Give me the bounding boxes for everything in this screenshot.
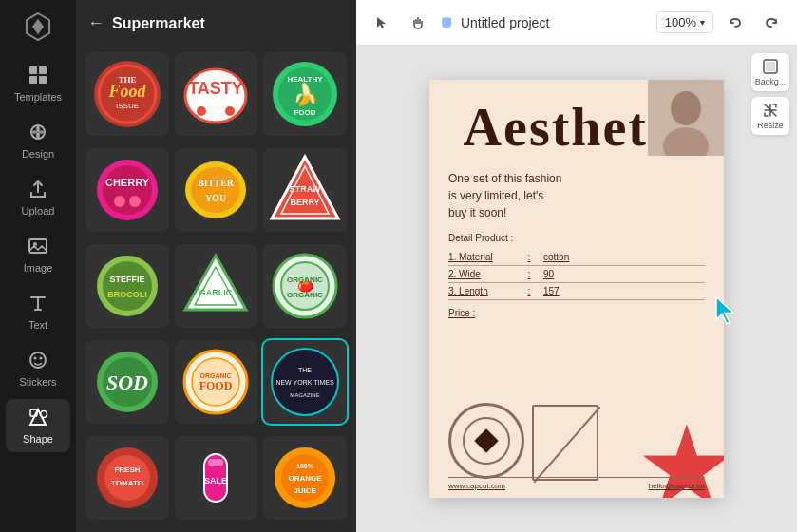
sidebar-item-image-label: Image [24, 262, 53, 274]
sticker-9[interactable]: ORGANIC ORGANIC 🍅 [263, 244, 347, 328]
back-button[interactable]: ← [87, 13, 104, 33]
svg-text:BROCOLI: BROCOLI [107, 290, 147, 299]
canvas-document[interactable]: Aesthetic One set of this fashion is ver… [429, 80, 724, 498]
sticker-10[interactable]: SOD [85, 340, 169, 424]
svg-text:SOD: SOD [106, 370, 148, 394]
cursor-button[interactable] [368, 9, 396, 37]
svg-point-40 [103, 261, 152, 311]
sidebar-item-stickers[interactable]: Stickers [6, 342, 70, 395]
sidebar-item-image[interactable]: Image [6, 228, 70, 281]
sticker-6[interactable]: STRAW BERRY [263, 148, 347, 232]
subtitle-line3: buy it soon! [448, 206, 506, 219]
sticker-8[interactable]: GARLIC [175, 244, 258, 328]
svg-text:CHERRY: CHERRY [105, 177, 150, 188]
sticker-7[interactable]: STEFFIE BROCOLI [85, 244, 169, 328]
svg-text:FOOD: FOOD [199, 379, 233, 392]
footer-left: www.capcut.com [448, 482, 505, 490]
sticker-2[interactable]: TASTY [175, 52, 258, 136]
background-tool[interactable]: Backg... [751, 53, 789, 91]
project-title: Untitled project [440, 14, 549, 30]
svg-text:TASTY: TASTY [189, 79, 244, 98]
svg-text:SALE: SALE [204, 476, 227, 485]
sidebar-item-text[interactable]: Text [6, 285, 70, 338]
hand-button[interactable] [404, 9, 432, 37]
project-title-text: Untitled project [461, 15, 549, 30]
svg-rect-68 [208, 459, 223, 466]
svg-rect-2 [29, 76, 37, 84]
detail-wide-value: 90 [543, 269, 554, 279]
detail-wide-label: 2. Wide [448, 269, 515, 279]
background-tool-label: Backg... [755, 77, 787, 86]
svg-text:🍅: 🍅 [297, 277, 314, 294]
subtitle-line2: is very limited, let's [448, 189, 543, 202]
svg-point-20 [225, 106, 235, 116]
stickers-icon [28, 350, 48, 373]
sticker-15[interactable]: 100% ORANGE JUICE [263, 436, 347, 520]
zoom-selector[interactable]: 100% ▾ [656, 11, 713, 33]
svg-point-9 [40, 357, 43, 360]
sticker-11[interactable]: ORGANIC FOOD [175, 340, 258, 424]
svg-rect-3 [39, 76, 47, 84]
footer-right: hello@capcut.co [649, 482, 705, 490]
sticker-12[interactable]: THE NEW YORK TIMES MAGAZINE [263, 340, 347, 424]
sticker-5[interactable]: BITTER YOU [175, 148, 258, 232]
svg-rect-1 [39, 66, 47, 74]
detail-row-length: 3. Length : 157 [448, 283, 705, 300]
svg-text:BERRY: BERRY [291, 198, 320, 207]
templates-icon [28, 65, 48, 88]
detail-sep-1: : [515, 252, 543, 262]
sidebar: Templates Design Upload [0, 0, 76, 532]
sidebar-item-upload[interactable]: Upload [6, 171, 70, 224]
sidebar-item-shape-label: Shape [23, 433, 53, 445]
resize-tool-label: Resize [757, 121, 784, 130]
doc-circle-decor [448, 403, 524, 479]
sticker-13[interactable]: FRESH TOMATO [85, 436, 169, 520]
svg-text:🍌: 🍌 [293, 82, 319, 107]
detail-material-value: cotton [543, 252, 569, 262]
resize-tool[interactable]: Resize [751, 97, 789, 135]
svg-point-29 [114, 196, 125, 207]
sidebar-item-templates[interactable]: Templates [6, 57, 70, 110]
svg-point-78 [671, 91, 701, 125]
undo-button[interactable] [721, 9, 750, 37]
image-icon [28, 236, 48, 259]
sidebar-item-shape[interactable]: Shape [6, 399, 70, 452]
detail-sep-2: : [515, 269, 543, 279]
detail-length-label: 3. Length [448, 286, 515, 296]
sticker-4[interactable]: CHERRY [85, 148, 169, 232]
canvas-wrapper[interactable]: Backg... Resize Aesthetic [356, 46, 797, 532]
svg-line-80 [534, 407, 600, 483]
doc-person [648, 80, 724, 156]
sidebar-item-upload-label: Upload [22, 205, 55, 217]
svg-text:ORGANIC: ORGANIC [200, 372, 232, 379]
app-logo [21, 10, 55, 44]
svg-text:ISSUE: ISSUE [116, 102, 139, 110]
sidebar-item-design[interactable]: Design [6, 114, 70, 167]
doc-footer: www.capcut.com hello@capcut.co [448, 477, 705, 490]
redo-button[interactable] [757, 9, 786, 37]
toolbar-left: Untitled project [368, 9, 647, 37]
svg-point-27 [103, 165, 152, 215]
design-icon [28, 122, 48, 145]
svg-point-30 [129, 196, 141, 207]
zoom-chevron-icon: ▾ [700, 17, 705, 28]
svg-rect-76 [766, 62, 775, 71]
panel-title: Supermarket [112, 15, 205, 32]
detail-material-label: 1. Material [448, 252, 515, 262]
sidebar-item-text-label: Text [28, 319, 47, 331]
sticker-3[interactable]: HEALTHY 🍌 FOOD [263, 52, 347, 136]
panel-header: ← Supermarket [76, 0, 356, 47]
doc-photo [648, 80, 724, 156]
sticker-14[interactable]: SALE [175, 436, 258, 520]
subtitle-line1: One set of this fashion [448, 172, 561, 185]
editor-area: Untitled project 100% ▾ [356, 0, 797, 532]
svg-text:Food: Food [107, 82, 146, 101]
svg-text:GARLIC: GARLIC [199, 288, 233, 297]
svg-point-32 [191, 167, 240, 213]
doc-bottom-decor: ★ [429, 346, 724, 498]
sticker-1[interactable]: THE Food ISSUE [85, 52, 169, 136]
svg-point-64 [104, 455, 150, 501]
svg-text:YOU: YOU [205, 193, 226, 203]
price-label: Price : [448, 308, 705, 318]
svg-rect-0 [29, 66, 37, 74]
